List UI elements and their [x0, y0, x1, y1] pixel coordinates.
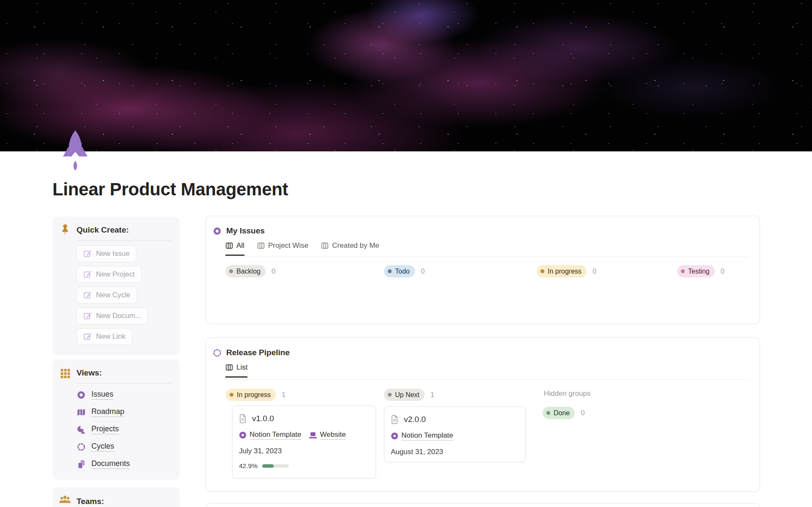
- notion-template-link[interactable]: Notion Template: [239, 430, 302, 440]
- release-date: August 31, 2023: [391, 448, 519, 456]
- progress-bar-fill: [262, 464, 274, 468]
- roadmap-map-icon: [77, 408, 86, 417]
- group-count: 0: [272, 267, 275, 276]
- tab-project-wise[interactable]: Project Wise: [257, 241, 308, 256]
- group-count: 0: [421, 267, 425, 276]
- group-column-backlog: Backlog 0: [225, 265, 275, 277]
- hidden-groups-label[interactable]: Hidden groups: [544, 389, 591, 398]
- tab-all[interactable]: All: [225, 241, 244, 256]
- group-label: Backlog: [236, 268, 261, 275]
- progress-row: 42.9%: [239, 462, 369, 470]
- status-dot-icon: [540, 269, 544, 273]
- laptop-icon: [309, 432, 317, 438]
- tab-label: Project Wise: [268, 241, 308, 250]
- group-column-todo: Todo 0: [384, 265, 425, 277]
- button-label: New Link: [96, 332, 126, 341]
- status-dot-icon: [229, 269, 233, 273]
- tab-label: List: [236, 363, 247, 372]
- sidebar-item-documents[interactable]: Documents: [77, 459, 130, 469]
- tab-label: Created by Me: [332, 241, 379, 250]
- release-card-title: v2.0.0: [404, 415, 426, 424]
- cycles-dashed-circle-icon: [77, 442, 86, 452]
- group-column-done: Done 0: [543, 407, 585, 419]
- next-section-card: [206, 503, 760, 507]
- button-label: New Docum...: [96, 312, 141, 320]
- link-label: Notion Template: [250, 430, 302, 440]
- sidebar-item-projects[interactable]: Projects: [77, 425, 130, 434]
- compose-icon: [83, 312, 92, 320]
- view-tabs: All Project Wise Created by Me: [225, 241, 379, 256]
- view-link-label: Projects: [91, 425, 119, 434]
- new-cycle-button[interactable]: New Cycle: [77, 287, 137, 304]
- group-pill-in-progress[interactable]: In progress: [226, 389, 276, 401]
- projects-shapes-icon: [77, 425, 86, 434]
- view-link-label: Documents: [91, 459, 130, 469]
- rocket-icon[interactable]: [62, 129, 89, 174]
- pushpin-icon: [60, 224, 71, 236]
- board-view-icon: [257, 242, 265, 249]
- group-pill-up-next[interactable]: Up Next: [384, 389, 425, 401]
- tab-label: All: [236, 241, 244, 250]
- sidebar-item-roadmap[interactable]: Roadmap: [77, 407, 130, 417]
- teams-heading: Teams:: [77, 497, 104, 506]
- view-link-label: Issues: [91, 390, 113, 400]
- website-link[interactable]: Website: [309, 430, 346, 440]
- page-icon: [239, 414, 247, 423]
- group-pill-done[interactable]: Done: [543, 407, 575, 419]
- board-view-icon: [321, 242, 329, 249]
- group-label: Testing: [688, 268, 710, 275]
- group-column-in-progress: In progress 0: [537, 265, 597, 277]
- board-view-icon: [225, 364, 233, 371]
- group-column-in-progress: In progress 1: [226, 389, 286, 401]
- group-column-up-next: Up Next 1: [384, 389, 434, 401]
- group-pill-backlog[interactable]: Backlog: [225, 265, 266, 277]
- group-count: 0: [721, 267, 724, 276]
- group-label: In progress: [237, 391, 271, 399]
- new-project-button[interactable]: New Project: [77, 266, 142, 283]
- grid-icon: [60, 368, 71, 379]
- release-card-title: v1.0.0: [252, 414, 274, 423]
- group-pill-testing[interactable]: Testing: [677, 265, 715, 277]
- release-card-v1[interactable]: v1.0.0 Notion Template Website July 31, …: [232, 406, 376, 478]
- button-label: New Cycle: [96, 291, 130, 299]
- status-dot-icon: [388, 269, 392, 273]
- new-issue-button[interactable]: New Issue: [77, 245, 136, 262]
- group-count: 0: [593, 267, 596, 276]
- link-label: Notion Template: [401, 431, 453, 441]
- dashed-circle-icon: [213, 348, 222, 357]
- issues-donut-icon: [77, 390, 86, 400]
- quick-create-heading: Quick Create:: [77, 225, 129, 235]
- new-link-button[interactable]: New Link: [77, 328, 132, 345]
- status-dot-icon: [230, 393, 233, 397]
- compose-icon: [83, 332, 92, 341]
- views-card: Views: Issues Roadmap Projects Cycles Do…: [52, 359, 180, 480]
- progress-bar: [262, 464, 289, 468]
- group-count: 0: [581, 409, 584, 417]
- sidebar-item-issues[interactable]: Issues: [77, 390, 130, 400]
- button-label: New Project: [96, 270, 135, 279]
- new-document-button[interactable]: New Docum...: [77, 307, 148, 324]
- circled-star-icon: [239, 431, 247, 439]
- notion-template-link[interactable]: Notion Template: [391, 431, 453, 441]
- tab-created-by-me[interactable]: Created by Me: [321, 241, 379, 256]
- progress-percent: 42.9%: [239, 462, 258, 470]
- sidebar-item-cycles[interactable]: Cycles: [77, 442, 130, 452]
- group-label: In progress: [548, 268, 582, 275]
- cover-image: [0, 0, 812, 151]
- group-label: Done: [554, 409, 570, 417]
- page-title[interactable]: Linear Product Management: [52, 179, 288, 200]
- group-pill-in-progress[interactable]: In progress: [537, 265, 587, 277]
- compose-icon: [83, 249, 92, 258]
- my-issues-card: My Issues All Project Wise Created by Me…: [206, 216, 760, 324]
- divider: [225, 379, 749, 380]
- board-view-icon: [225, 242, 233, 249]
- group-label: Todo: [395, 268, 410, 275]
- quick-create-buttons: New Issue New Project New Cycle New Docu…: [77, 245, 148, 349]
- tab-list[interactable]: List: [225, 363, 247, 378]
- teams-card: Teams:: [52, 487, 180, 507]
- release-card-v2[interactable]: v2.0.0 Notion Template August 31, 2023: [384, 406, 526, 462]
- group-pill-todo[interactable]: Todo: [384, 265, 415, 277]
- group-count: 1: [282, 391, 285, 399]
- view-tabs: List: [225, 363, 247, 378]
- link-label: Website: [320, 430, 346, 440]
